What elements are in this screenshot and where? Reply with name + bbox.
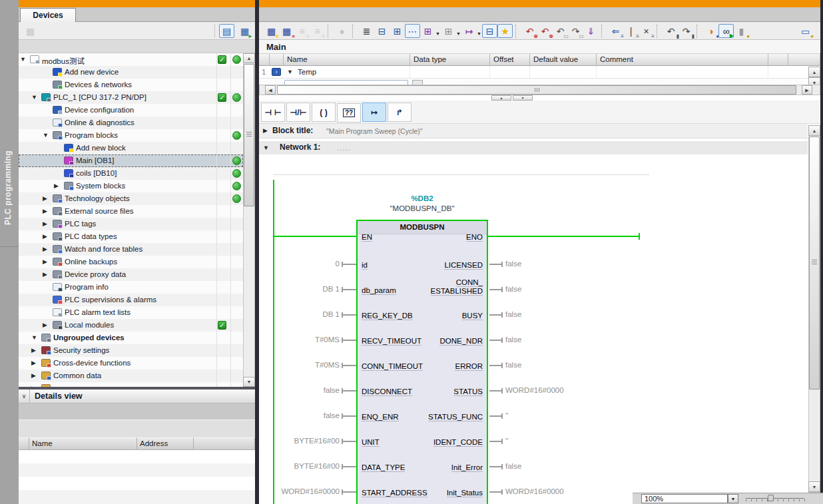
- table-hscrollbar-thumb[interactable]: [277, 85, 796, 95]
- goto-next-error-icon[interactable]: ↶⊗: [537, 24, 553, 38]
- tree-item-watch-and-force-tables[interactable]: ▶Watch and force tables: [19, 243, 243, 256]
- show-branches-icon[interactable]: ⊟: [482, 24, 497, 38]
- expand-view-icon[interactable]: ▦►: [237, 24, 252, 38]
- split-editor-icon[interactable]: ▭●: [798, 24, 813, 38]
- collapse-statements-icon[interactable]: ×≡: [639, 24, 654, 38]
- call-structure-icon[interactable]: ◑●: [703, 24, 718, 38]
- output-value-init_status[interactable]: WORD#16#0000: [505, 487, 564, 495]
- network-collapse-icon[interactable]: ▼: [263, 144, 269, 151]
- tree-item-coils-db10-[interactable]: coils [DB10]: [19, 167, 243, 180]
- tree-scroll-up-button[interactable]: ▲: [243, 53, 255, 63]
- variable-table-row[interactable]: 1 › ▼ Temp: [259, 66, 808, 79]
- collapsed-arrow-icon[interactable]: ▶: [43, 258, 51, 265]
- insert-network-icon[interactable]: ▦★: [264, 24, 279, 38]
- tree-item-external-source-files[interactable]: ▶External source files: [19, 205, 243, 218]
- tree-item-program-blocks[interactable]: ▼Program blocks: [19, 129, 243, 142]
- table-scroll-right-button[interactable]: ▶: [802, 85, 812, 95]
- zoom-slider-track[interactable]: [746, 498, 804, 499]
- collapsed-arrow-icon[interactable]: ▶: [31, 372, 39, 379]
- insert-row-below-icon[interactable]: ≡★: [310, 24, 325, 38]
- edit-tree-icon[interactable]: ▦: [23, 24, 38, 38]
- tree-item-main-ob1-[interactable]: Main [OB1]: [19, 154, 243, 167]
- expanded-arrow-icon[interactable]: ▼: [31, 94, 39, 101]
- input-value-reg_key_db[interactable]: DB 1: [259, 310, 340, 318]
- goto-previous-error-icon[interactable]: ↶⊗: [522, 24, 537, 38]
- input-value-unit[interactable]: BYTE#16#00: [259, 437, 340, 445]
- column-view-icon[interactable]: ▤: [219, 24, 234, 38]
- tree-item-local-modules[interactable]: ▶Local modules✓: [19, 319, 243, 332]
- insert-box-comment-icon[interactable]: ⊞: [441, 24, 456, 38]
- network-header[interactable]: ▼ Network 1: .....: [259, 141, 808, 154]
- column-header-default-value[interactable]: Default value: [530, 54, 597, 66]
- zoom-dropdown-button[interactable]: ▼: [728, 494, 738, 503]
- favorites-icon[interactable]: ★: [497, 24, 513, 38]
- input-value-db_param[interactable]: DB 1: [259, 285, 340, 293]
- column-header-name[interactable]: Name: [284, 54, 410, 66]
- canvas-scroll-up-button[interactable]: ▲: [808, 125, 820, 136]
- column-header-comment[interactable]: Comment: [597, 54, 768, 66]
- expand-statements-icon[interactable]: |≡: [623, 24, 639, 38]
- details-column-address[interactable]: Address: [137, 437, 194, 450]
- tree-item-system-blocks[interactable]: ▶System blocks: [19, 180, 243, 192]
- input-value-enq_enr[interactable]: false: [259, 411, 340, 419]
- tree-item-plc-data-types[interactable]: ▶PLC data types: [19, 230, 243, 243]
- tree-item-common-data[interactable]: ▶Common data: [19, 370, 243, 382]
- zoom-slider-thumb[interactable]: [768, 495, 774, 501]
- tree-item-cross-device-functions[interactable]: ▶Cross-device functions: [19, 357, 243, 370]
- collapsed-arrow-icon[interactable]: ▶: [31, 347, 39, 354]
- tree-item-online-diagnostics[interactable]: Online & diagnostics: [19, 117, 243, 129]
- delete-network-icon[interactable]: ▦×: [279, 24, 294, 38]
- monitoring-icon[interactable]: ∞▶: [718, 24, 734, 38]
- tree-item-devices-networks[interactable]: Devices & networks: [19, 79, 243, 91]
- block-title-bar[interactable]: ▶ Block title: "Main Program Sweep (Cycl…: [259, 124, 808, 138]
- tree-item-plc-tags[interactable]: ▶PLC tags: [19, 218, 243, 230]
- contact-no-button[interactable]: ⊣ ⊢: [261, 103, 285, 122]
- canvas-vscrollbar-thumb[interactable]: [809, 136, 820, 389]
- tree-item-program-info[interactable]: Program info: [19, 281, 243, 294]
- table-scroll-left-button[interactable]: ◀: [265, 85, 276, 95]
- tree-item-add-new-device[interactable]: Add new device: [19, 66, 243, 79]
- collapsed-arrow-icon[interactable]: ▶: [43, 322, 51, 328]
- input-value-conn_timeout[interactable]: T#0MS: [259, 361, 340, 369]
- output-value-status[interactable]: WORD#16#0000: [505, 386, 564, 394]
- variable-table-row-partial[interactable]: [259, 79, 808, 85]
- download-to-device-icon[interactable]: ⇓: [583, 24, 599, 38]
- instance-db-address[interactable]: %DB2: [356, 194, 488, 202]
- collapsed-arrow-icon[interactable]: ▶: [43, 271, 51, 278]
- input-value-recv_timeout[interactable]: T#0MS: [259, 336, 340, 344]
- collapsed-arrow-icon[interactable]: ▶: [31, 360, 39, 366]
- tree-scroll-down-button[interactable]: ▼: [243, 377, 255, 387]
- datatype-picker-button[interactable]: [412, 80, 423, 85]
- tree-item-ungrouped-devices[interactable]: ▼Ungrouped devices: [19, 332, 243, 344]
- collapsed-arrow-icon[interactable]: ▶: [43, 246, 51, 252]
- next-position-icon[interactable]: ↷▮: [679, 24, 694, 38]
- fbd-canvas[interactable]: %DB2 "MODBUSPN_DB" MODBUSPN EN ENO idLIC…: [259, 154, 808, 504]
- tree-item-add-new-block[interactable]: Add new block: [19, 142, 243, 154]
- expanded-arrow-icon[interactable]: ▼: [43, 132, 51, 138]
- output-value-licensed[interactable]: false: [505, 260, 521, 268]
- tree-scrollbar-thumb[interactable]: [244, 64, 254, 206]
- insert-connection-icon-dropdown[interactable]: ▼: [477, 31, 482, 38]
- consistency-check-icon[interactable]: ↷▭: [568, 24, 583, 38]
- data-retention-icon[interactable]: ▮●: [734, 24, 749, 38]
- tree-item-device-configuration[interactable]: Device configuration: [19, 104, 243, 117]
- block-title-expand-icon[interactable]: ▶: [263, 127, 268, 134]
- input-value-start_address[interactable]: WORD#16#0000: [259, 487, 340, 495]
- contact-nc-button[interactable]: ⊣/⊢: [286, 103, 310, 122]
- output-value-error[interactable]: false: [505, 361, 521, 369]
- tree-item-online-backups[interactable]: ▶Online backups: [19, 256, 243, 268]
- output-value-done_ndr[interactable]: false: [505, 336, 521, 344]
- tree-item-plc-supervisions-alarms[interactable]: PLC supervisions & alarms: [19, 294, 243, 306]
- coil-button[interactable]: ( ): [312, 103, 336, 122]
- output-value-busy[interactable]: false: [505, 310, 521, 318]
- tree-item-partial[interactable]: ▶: [19, 382, 243, 387]
- expanded-arrow-icon[interactable]: ▼: [31, 334, 39, 341]
- tree-item-modbus-[interactable]: ▼modbus测试✓: [19, 53, 243, 66]
- splitter-collapse-up-button[interactable]: ▲: [491, 95, 511, 101]
- tree-item-technology-objects[interactable]: ▶Technology objects: [19, 192, 243, 205]
- column-header-data-type[interactable]: Data type: [410, 54, 490, 66]
- network-sequence-icon[interactable]: ≣: [359, 24, 374, 38]
- pin-icon[interactable]: ●: [334, 24, 350, 38]
- open-branch-button[interactable]: ↦: [362, 103, 386, 122]
- previous-position-icon[interactable]: ↶▮: [663, 24, 679, 38]
